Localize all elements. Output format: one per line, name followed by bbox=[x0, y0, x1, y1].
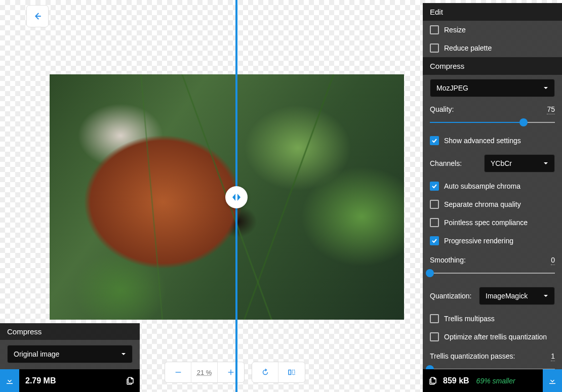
copy-original-button[interactable] bbox=[121, 376, 140, 385]
check-icon bbox=[431, 138, 437, 144]
channels-row: Channels: YCbCr bbox=[423, 150, 562, 177]
download-original-button[interactable] bbox=[0, 369, 19, 392]
channels-value: YCbCr bbox=[491, 159, 512, 167]
clipboard-icon bbox=[126, 376, 135, 385]
pointless-spec-label: Pointless spec compliance bbox=[444, 219, 528, 227]
trellis-passes-row: Trellis quantization passes: 1 bbox=[423, 346, 562, 362]
zoom-value[interactable]: 21 % bbox=[191, 362, 218, 382]
clipboard-icon bbox=[428, 376, 437, 385]
source-select-value: Original image bbox=[14, 350, 59, 358]
reduce-palette-checkbox[interactable] bbox=[430, 43, 439, 53]
original-footer: 2.79 MB bbox=[0, 369, 140, 392]
encoder-select[interactable]: MozJPEG bbox=[430, 79, 555, 97]
reduce-palette-label: Reduce palette bbox=[444, 44, 492, 52]
resize-checkbox[interactable] bbox=[430, 25, 439, 34]
advanced-label: Show advanced settings bbox=[444, 137, 521, 145]
svg-rect-0 bbox=[175, 372, 181, 372]
preview-stage: Compress Original image 2.79 MB 21 % bbox=[0, 0, 423, 392]
zoom-toolbar: 21 % bbox=[165, 362, 305, 383]
original-size: 2.79 MB bbox=[19, 376, 121, 385]
auto-subsample-checkbox[interactable] bbox=[430, 182, 439, 191]
separate-chroma-checkbox[interactable] bbox=[430, 200, 439, 209]
zoom-in-button[interactable] bbox=[218, 362, 244, 382]
flip-button[interactable] bbox=[278, 362, 305, 382]
result-footer: 859 kB 69% smaller bbox=[423, 369, 562, 392]
arrow-left-icon bbox=[33, 12, 42, 21]
smoothing-label: Smoothing: bbox=[430, 256, 466, 265]
quality-value[interactable]: 75 bbox=[547, 105, 555, 114]
transform-segment bbox=[252, 362, 305, 383]
quantization-row: Quantization: ImageMagick bbox=[423, 282, 562, 310]
channels-select[interactable]: YCbCr bbox=[484, 154, 555, 172]
progressive-label: Progressive rendering bbox=[444, 237, 513, 245]
flip-icon bbox=[287, 368, 296, 377]
trellis-passes-slider[interactable] bbox=[430, 365, 555, 369]
separate-chroma-label: Separate chroma quality bbox=[444, 200, 521, 208]
pointless-spec-row[interactable]: Pointless spec compliance bbox=[423, 213, 562, 232]
caret-down-icon bbox=[543, 293, 548, 298]
svg-rect-3 bbox=[289, 370, 291, 375]
slider-thumb[interactable] bbox=[519, 118, 528, 126]
resize-label: Resize bbox=[444, 26, 466, 34]
minus-icon bbox=[174, 368, 182, 376]
caret-down-icon bbox=[121, 352, 126, 357]
back-button[interactable] bbox=[26, 5, 49, 27]
trellis-multipass-label: Trellis multipass bbox=[444, 315, 495, 323]
quantization-select[interactable]: ImageMagick bbox=[479, 287, 555, 305]
copy-result-button[interactable] bbox=[423, 376, 443, 385]
result-savings: 69% smaller bbox=[476, 377, 543, 385]
edit-heading: Edit bbox=[423, 3, 562, 21]
auto-subsample-label: Auto subsample chroma bbox=[444, 182, 520, 190]
quantization-value: ImageMagick bbox=[486, 292, 528, 300]
optimize-after-trellis-row[interactable]: Optimize after trellis quantization bbox=[423, 328, 562, 346]
svg-rect-4 bbox=[293, 370, 295, 375]
zoom-segment: 21 % bbox=[165, 362, 245, 383]
resize-row[interactable]: Resize bbox=[423, 21, 562, 39]
quality-label: Quality: bbox=[430, 105, 454, 114]
advanced-checkbox[interactable] bbox=[430, 136, 439, 145]
separate-chroma-row[interactable]: Separate chroma quality bbox=[423, 195, 562, 213]
rotate-button[interactable] bbox=[252, 362, 278, 382]
caret-down-icon bbox=[543, 85, 548, 91]
svg-rect-2 bbox=[230, 370, 231, 375]
drag-horizontal-icon bbox=[230, 191, 243, 203]
compare-handle[interactable] bbox=[225, 186, 248, 208]
slider-thumb[interactable] bbox=[426, 365, 434, 369]
compress-heading: Compress bbox=[423, 57, 562, 75]
trellis-multipass-checkbox[interactable] bbox=[430, 314, 439, 323]
smoothing-slider[interactable] bbox=[430, 269, 555, 277]
progressive-checkbox[interactable] bbox=[430, 236, 439, 245]
channels-label: Channels: bbox=[430, 159, 462, 167]
quality-slider[interactable] bbox=[430, 118, 555, 126]
source-select[interactable]: Original image bbox=[7, 345, 133, 363]
pointless-spec-checkbox[interactable] bbox=[430, 218, 439, 227]
optimize-after-trellis-label: Optimize after trellis quantization bbox=[444, 333, 547, 341]
plus-icon bbox=[227, 368, 235, 376]
auto-subsample-row[interactable]: Auto subsample chroma bbox=[423, 177, 562, 195]
optimize-after-trellis-checkbox[interactable] bbox=[430, 332, 439, 341]
slider-track bbox=[430, 273, 555, 274]
quantization-label: Quantization: bbox=[430, 292, 472, 300]
result-size: 859 kB bbox=[443, 376, 469, 385]
trellis-passes-label: Trellis quantization passes: bbox=[430, 352, 515, 361]
left-options-panel: Compress Original image bbox=[0, 323, 140, 369]
slider-fill bbox=[430, 122, 524, 123]
encoder-value: MozJPEG bbox=[436, 84, 468, 92]
caret-down-icon bbox=[543, 161, 548, 166]
smoothing-value[interactable]: 0 bbox=[551, 256, 555, 265]
slider-thumb[interactable] bbox=[426, 269, 434, 277]
left-panel-title: Compress bbox=[0, 323, 140, 340]
reduce-palette-row[interactable]: Reduce palette bbox=[423, 39, 562, 57]
rotate-icon bbox=[261, 368, 270, 377]
download-icon bbox=[548, 376, 557, 385]
zoom-out-button[interactable] bbox=[165, 362, 191, 382]
advanced-row[interactable]: Show advanced settings bbox=[423, 132, 562, 150]
download-result-button[interactable] bbox=[543, 369, 562, 392]
progressive-row[interactable]: Progressive rendering bbox=[423, 232, 562, 250]
download-icon bbox=[5, 376, 14, 385]
settings-sidebar: Edit Resize Reduce palette Compress MozJ… bbox=[423, 3, 562, 369]
trellis-passes-value[interactable]: 1 bbox=[551, 352, 555, 361]
trellis-multipass-row[interactable]: Trellis multipass bbox=[423, 310, 562, 328]
smoothing-row: Smoothing: 0 bbox=[423, 250, 562, 266]
check-icon bbox=[431, 238, 437, 244]
